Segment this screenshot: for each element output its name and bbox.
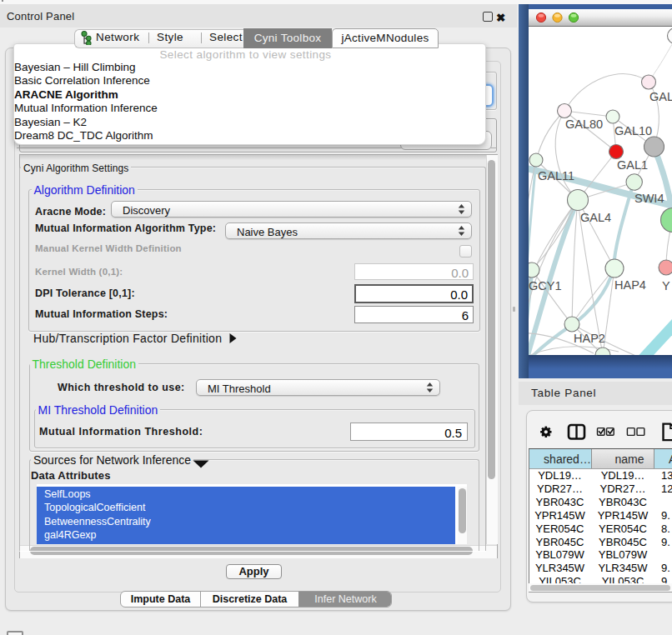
svg-text:SWI4: SWI4 xyxy=(634,192,664,205)
svg-text:GAL10: GAL10 xyxy=(614,124,652,138)
svg-text:GAL4: GAL4 xyxy=(580,211,611,224)
svg-text:HAP4: HAP4 xyxy=(614,278,646,292)
svg-text:GAL: GAL xyxy=(649,90,672,103)
svg-text:GAL11: GAL11 xyxy=(538,169,574,182)
svg-text:GAL1: GAL1 xyxy=(617,158,648,172)
svg-text:Y: Y xyxy=(662,279,670,292)
svg-text:GCY1: GCY1 xyxy=(529,279,562,292)
svg-text:GAL80: GAL80 xyxy=(565,118,603,131)
svg-text:HAP2: HAP2 xyxy=(574,332,605,345)
